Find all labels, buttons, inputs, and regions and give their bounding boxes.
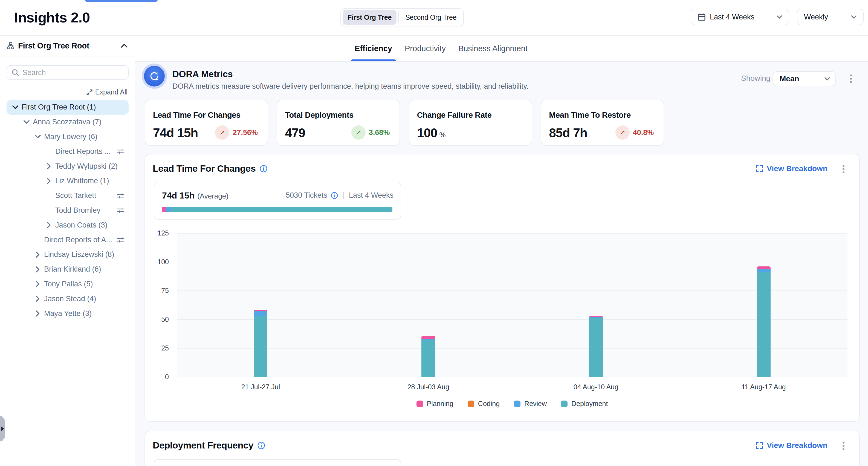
legend-item-deployment[interactable]: Deployment [561, 400, 608, 408]
tree-item-todd-bromley[interactable]: Todd Bromley [6, 203, 129, 218]
chevron-right-icon[interactable] [34, 280, 41, 288]
chevron-right-icon[interactable] [45, 163, 53, 170]
granularity-select[interactable]: Weekly [797, 9, 864, 25]
showing-value: Mean [780, 75, 825, 83]
legend-swatch [416, 401, 423, 407]
tree-item-jason-coats[interactable]: Jason Coats (3) [6, 218, 129, 232]
chevron-down-icon[interactable] [23, 118, 30, 126]
x-axis-label: 11 Aug-17 Aug [742, 383, 786, 391]
sidebar-search[interactable] [6, 65, 129, 80]
dora-section-title: DORA Metrics [173, 69, 233, 79]
info-icon[interactable] [257, 441, 266, 449]
tree-item-lindsay-liszewski[interactable]: Lindsay Liszewski (8) [6, 247, 129, 262]
dora-metrics-icon [144, 66, 165, 87]
tree-item-brian-kirkland[interactable]: Brian Kirkland (6) [6, 262, 129, 277]
tree-item-anna-scozzafava[interactable]: Anna Scozzafava (7) [6, 115, 129, 129]
tree-item-mary-lowery[interactable]: Mary Lowery (6) [6, 129, 129, 144]
showing-select[interactable]: Mean [773, 71, 836, 86]
y-axis-label: 50 [147, 315, 169, 323]
chevron-right-icon[interactable] [34, 266, 41, 273]
tree-item-maya-yette[interactable]: Maya Yette (3) [6, 306, 129, 321]
tree-item-direct-reports[interactable]: Direct Reports ... [6, 144, 129, 159]
metric-title: Total Deployments [285, 111, 353, 120]
bar-28-jul-03-aug[interactable] [422, 336, 435, 377]
metric-value: 74d 15h [153, 125, 198, 140]
tree-item-first-org-tree-root[interactable]: First Org Tree Root (1) [6, 100, 129, 115]
metric-delta: ↗40.8% [615, 125, 654, 140]
sidebar-root-label: First Org Tree Root [18, 41, 117, 50]
org-toggle-first[interactable]: First Org Tree [343, 10, 397, 25]
legend-item-coding[interactable]: Coding [468, 400, 500, 408]
metric-title: Mean Time To Restore [549, 111, 631, 120]
y-axis-label: 100 [147, 258, 169, 266]
info-icon[interactable] [259, 165, 268, 173]
chevron-down-icon [825, 77, 830, 81]
date-range-select[interactable]: Last 4 Weeks [691, 9, 789, 25]
legend-swatch [561, 401, 567, 407]
tree-item-direct-reports-of-a[interactable]: Direct Reports of A... [6, 232, 129, 247]
x-axis-label: 04 Aug-10 Aug [574, 383, 618, 391]
tab-business-alignment[interactable]: Business Alignment [455, 36, 531, 61]
info-icon[interactable] [331, 192, 338, 199]
y-axis-label: 75 [147, 287, 169, 295]
legend-swatch [514, 401, 521, 407]
chevron-right-icon[interactable] [34, 251, 41, 259]
chevron-right-icon[interactable] [34, 295, 41, 302]
tree-item-liz-whittome[interactable]: Liz Whittome (1) [6, 174, 129, 188]
gridline [177, 319, 847, 320]
chevron-right-icon[interactable] [45, 177, 53, 185]
x-axis-label: 21 Jul-27 Jul [241, 383, 280, 391]
tree-item-label: Anna Scozzafava (7) [33, 118, 129, 126]
collapse-chevron-up-icon[interactable] [121, 44, 127, 48]
filter-sliders-icon[interactable] [117, 192, 125, 199]
deployment-view-breakdown[interactable]: View Breakdown [756, 441, 828, 450]
lead-time-view-breakdown[interactable]: View Breakdown [756, 164, 828, 173]
bar-04-aug-10-aug[interactable] [589, 316, 603, 377]
tree-item-teddy-wylupski[interactable]: Teddy Wylupski (2) [6, 159, 129, 174]
chevron-down-icon [777, 15, 782, 19]
dora-kebab-menu[interactable] [850, 75, 852, 83]
lead-time-kebab-menu[interactable] [842, 165, 844, 173]
gridline [177, 233, 847, 234]
sidebar-collapse-tab[interactable] [0, 416, 5, 441]
y-axis-label: 0 [147, 373, 169, 381]
filter-sliders-icon[interactable] [117, 148, 125, 155]
deployment-kebab-menu[interactable] [842, 442, 844, 450]
filter-sliders-icon[interactable] [117, 207, 125, 214]
filter-sliders-icon[interactable] [117, 236, 125, 243]
bar-11-aug-17-aug[interactable] [757, 266, 771, 377]
chevron-down-icon[interactable] [11, 104, 19, 111]
tab-efficiency[interactable]: Efficiency [351, 36, 396, 61]
tree-item-scott-tarkett[interactable]: Scott Tarkett [6, 188, 129, 203]
gridline [177, 377, 847, 377]
expand-all-button[interactable]: Expand All [87, 88, 127, 96]
lead-time-title: Lead Time For Changes [153, 163, 256, 174]
chevron-right-icon[interactable] [45, 221, 53, 229]
chevron-down-icon[interactable] [34, 133, 41, 141]
tree-item-tony-pallas[interactable]: Tony Pallas (5) [6, 277, 129, 292]
insights-app: Insights 2.0 First Org TreeSecond Org Tr… [0, 0, 868, 466]
org-toggle-second[interactable]: Second Org Tree [400, 10, 461, 25]
tree-item-label: Maya Yette (3) [44, 310, 129, 318]
showing-label: Showing [741, 74, 770, 83]
metric-card-mean-time-to-restore: Mean Time To Restore85d 7h↗40.8% [541, 100, 664, 146]
tab-productivity[interactable]: Productivity [401, 36, 450, 61]
deployment-frequency-panel: Deployment Frequency View Breakdown [145, 431, 860, 466]
legend-item-planning[interactable]: Planning [416, 400, 454, 408]
metric-value: 479 [285, 125, 305, 140]
legend-item-review[interactable]: Review [514, 400, 547, 408]
search-input[interactable] [23, 68, 124, 77]
bar-21-jul-27-jul[interactable] [254, 310, 267, 377]
metric-title: Lead Time For Changes [153, 111, 241, 120]
metric-delta: ↗27.56% [215, 125, 258, 140]
divider: | [343, 191, 344, 200]
y-axis-label: 25 [147, 344, 169, 352]
summary-value: 74d 15h [162, 191, 194, 201]
metric-delta-value: 40.8% [633, 128, 654, 137]
tree-item-label: Tony Pallas (5) [44, 280, 129, 288]
tree-item-jason-stead[interactable]: Jason Stead (4) [6, 291, 129, 306]
chevron-right-icon[interactable] [34, 310, 41, 317]
summary-tickets: 5030 Tickets [286, 191, 327, 200]
legend-swatch [468, 401, 474, 407]
tree-item-label: Liz Whittome (1) [55, 177, 129, 185]
